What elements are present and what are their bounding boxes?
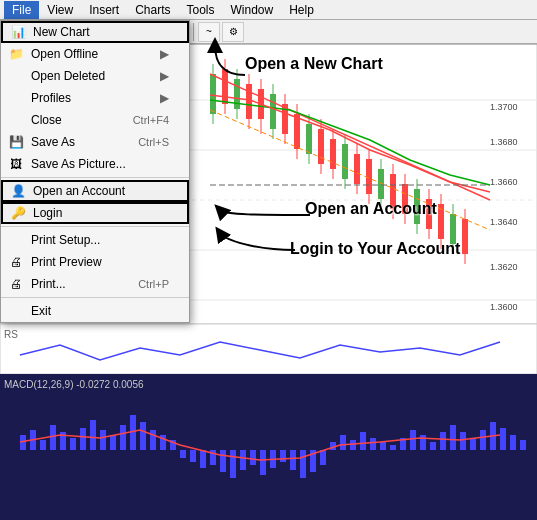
svg-rect-78 xyxy=(220,450,226,472)
menu-item-print-preview[interactable]: 🖨 Print Preview xyxy=(1,251,189,273)
svg-rect-75 xyxy=(190,450,196,462)
toolbar-expert[interactable]: ⚙ xyxy=(222,22,244,42)
svg-rect-76 xyxy=(200,450,206,468)
menu-item-profiles[interactable]: Profiles ▶ xyxy=(1,87,189,109)
save-picture-label: Save As Picture... xyxy=(31,157,126,171)
print-setup-label: Print Setup... xyxy=(31,233,100,247)
profiles-label: Profiles xyxy=(31,91,71,105)
menu-item-new-chart[interactable]: 📊 New Chart xyxy=(1,21,189,43)
menu-item-open-account[interactable]: 👤 Open an Account xyxy=(1,180,189,202)
svg-rect-66 xyxy=(100,430,106,450)
svg-text:1.3660: 1.3660 xyxy=(490,177,518,187)
close-shortcut: Ctrl+F4 xyxy=(133,114,169,126)
profiles-arrow: ▶ xyxy=(160,91,169,105)
svg-rect-108 xyxy=(520,440,526,450)
main-window: RS MACD(12,26,9) -0.0272 0.0056 xyxy=(0,0,537,520)
svg-rect-79 xyxy=(230,450,236,478)
menu-item-save-as[interactable]: 💾 Save As Ctrl+S xyxy=(1,131,189,153)
svg-rect-61 xyxy=(50,425,56,450)
menu-sep-2 xyxy=(1,226,189,227)
login-label: Login xyxy=(33,206,62,220)
svg-rect-102 xyxy=(460,432,466,450)
menu-item-print[interactable]: 🖨 Print... Ctrl+P xyxy=(1,273,189,295)
svg-rect-70 xyxy=(140,422,146,450)
svg-rect-94 xyxy=(380,442,386,450)
save-as-label: Save As xyxy=(31,135,75,149)
menu-item-exit[interactable]: Exit xyxy=(1,300,189,322)
login-icon: 🔑 xyxy=(7,203,29,223)
new-chart-icon: 📊 xyxy=(7,22,29,42)
menu-sep-1 xyxy=(1,177,189,178)
svg-rect-81 xyxy=(250,450,256,465)
toolbar-sep-4 xyxy=(193,23,194,41)
save-picture-icon: 🖼 xyxy=(5,154,27,174)
svg-rect-99 xyxy=(430,442,436,450)
menu-file[interactable]: File xyxy=(4,1,39,19)
svg-rect-95 xyxy=(390,445,396,450)
close-label: Close xyxy=(31,113,62,127)
menu-item-login[interactable]: 🔑 Login xyxy=(1,202,189,224)
menu-window[interactable]: Window xyxy=(223,1,282,19)
svg-rect-88 xyxy=(320,450,326,465)
open-offline-arrow: ▶ xyxy=(160,47,169,61)
svg-rect-82 xyxy=(260,450,266,475)
open-account-label: Open an Account xyxy=(33,184,125,198)
svg-rect-106 xyxy=(500,428,506,450)
svg-rect-93 xyxy=(370,438,376,450)
menu-sep-3 xyxy=(1,297,189,298)
menu-insert[interactable]: Insert xyxy=(81,1,127,19)
svg-rect-97 xyxy=(410,430,416,450)
svg-rect-54 xyxy=(0,324,537,374)
svg-rect-74 xyxy=(180,450,186,458)
menu-item-close[interactable]: Close Ctrl+F4 xyxy=(1,109,189,131)
svg-text:RS: RS xyxy=(4,329,18,340)
svg-rect-92 xyxy=(360,432,366,450)
save-as-icon: 💾 xyxy=(5,132,27,152)
annotation-open-account: Open an Account xyxy=(305,200,437,218)
annotation-login: Login to Your Account xyxy=(290,240,460,258)
open-deleted-label: Open Deleted xyxy=(31,69,105,83)
svg-text:1.3620: 1.3620 xyxy=(490,262,518,272)
exit-label: Exit xyxy=(31,304,51,318)
menu-item-open-deleted[interactable]: Open Deleted ▶ xyxy=(1,65,189,87)
svg-rect-71 xyxy=(150,430,156,450)
svg-text:MACD(12,26,9) -0.0272 0.0056: MACD(12,26,9) -0.0272 0.0056 xyxy=(4,379,144,390)
menu-help[interactable]: Help xyxy=(281,1,322,19)
svg-rect-80 xyxy=(240,450,246,470)
svg-rect-86 xyxy=(300,450,306,478)
svg-text:1.3700: 1.3700 xyxy=(490,102,518,112)
svg-rect-107 xyxy=(510,435,516,450)
svg-rect-90 xyxy=(340,435,346,450)
account-icon: 👤 xyxy=(7,181,29,201)
menu-view[interactable]: View xyxy=(39,1,81,19)
svg-rect-67 xyxy=(110,435,116,450)
svg-rect-64 xyxy=(80,428,86,450)
svg-rect-85 xyxy=(290,450,296,470)
svg-rect-60 xyxy=(40,440,46,450)
svg-rect-98 xyxy=(420,435,426,450)
svg-rect-103 xyxy=(470,438,476,450)
annotation-new-chart: Open a New Chart xyxy=(245,55,383,73)
svg-rect-100 xyxy=(440,432,446,450)
menu-bar: File View Insert Charts Tools Window Hel… xyxy=(0,0,537,20)
menu-charts[interactable]: Charts xyxy=(127,1,178,19)
save-as-shortcut: Ctrl+S xyxy=(138,136,169,148)
svg-text:1.3640: 1.3640 xyxy=(490,217,518,227)
toolbar-indicator[interactable]: ~ xyxy=(198,22,220,42)
print-label: Print... xyxy=(31,277,66,291)
svg-rect-104 xyxy=(480,430,486,450)
svg-text:1.3600: 1.3600 xyxy=(490,302,518,312)
svg-rect-68 xyxy=(120,425,126,450)
svg-rect-84 xyxy=(280,450,286,462)
svg-rect-63 xyxy=(70,438,76,450)
print-shortcut: Ctrl+P xyxy=(138,278,169,290)
print-preview-label: Print Preview xyxy=(31,255,102,269)
menu-item-open-offline[interactable]: 📁 Open Offline ▶ xyxy=(1,43,189,65)
menu-item-print-setup[interactable]: Print Setup... xyxy=(1,229,189,251)
new-chart-label: New Chart xyxy=(33,25,90,39)
menu-item-save-picture[interactable]: 🖼 Save As Picture... xyxy=(1,153,189,175)
svg-rect-101 xyxy=(450,425,456,450)
menu-tools[interactable]: Tools xyxy=(179,1,223,19)
svg-rect-65 xyxy=(90,420,96,450)
print-icon: 🖨 xyxy=(5,274,27,294)
